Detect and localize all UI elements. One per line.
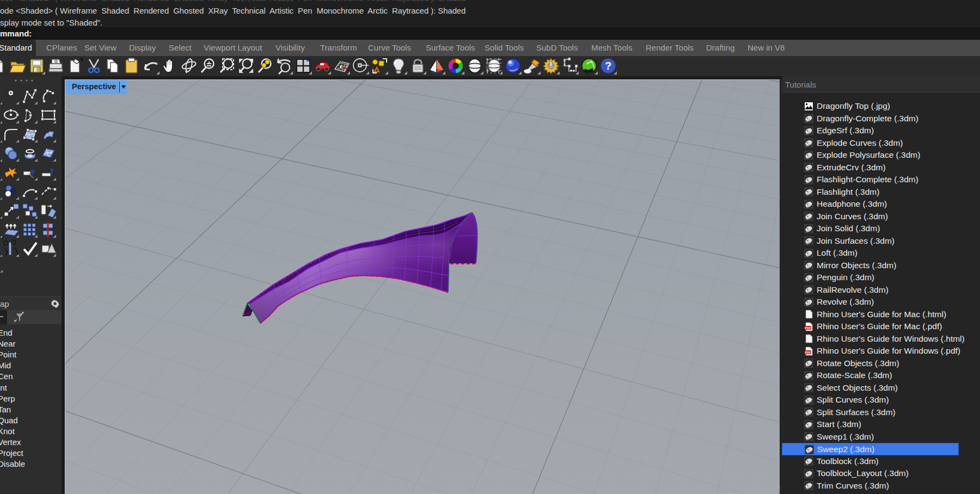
svg-text:PDF: PDF xyxy=(805,326,812,329)
svg-text:PDF: PDF xyxy=(805,350,812,354)
svg-text:?: ? xyxy=(605,60,611,72)
